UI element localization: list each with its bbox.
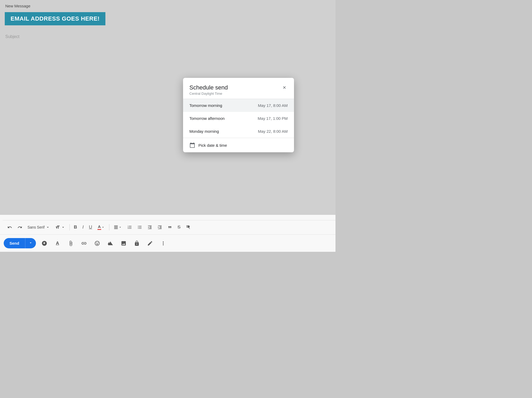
bold-button[interactable]: B [72,224,79,231]
undo-button[interactable] [6,224,14,231]
blockquote-button[interactable] [166,224,174,231]
font-name: Sans Serif [27,225,45,229]
schedule-option-time-0: May 17, 8:00 AM [258,103,288,108]
action-bar: Send A [0,234,335,252]
font-size-selector[interactable] [54,224,67,230]
schedule-option-monday-morning[interactable]: Monday morning May 22, 8:00 AM [183,125,294,138]
schedule-option-label-0: Tomorrow morning [189,103,222,108]
modal-title-group: Schedule send Central Daylight Time [189,84,228,96]
formatting-bar: Sans Serif B I U A S [3,220,335,234]
italic-button[interactable]: I [81,224,85,231]
text-color-button[interactable]: A [96,223,106,231]
calendar-icon [189,142,195,148]
schedule-option-label-1: Tomorrow afternoon [189,116,225,121]
drive-button[interactable] [106,239,115,248]
email-banner: EMAIL ADDRESS GOES HERE! [5,12,105,25]
signature-button[interactable] [145,239,155,248]
send-dropdown-button[interactable] [25,238,36,248]
emoji-button[interactable] [92,239,102,248]
modal-header: Schedule send Central Daylight Time × [183,78,294,99]
schedule-option-time-2: May 22, 8:00 AM [258,129,288,134]
modal-title: Schedule send [189,84,228,91]
redo-button[interactable] [16,224,24,231]
divider-1 [69,224,70,230]
schedule-send-modal: Schedule send Central Daylight Time × To… [183,78,294,152]
schedule-option-tomorrow-morning[interactable]: Tomorrow morning May 17, 8:00 AM [183,99,294,112]
send-button-group: Send [4,238,36,248]
lock-button[interactable] [132,239,142,248]
subject-placeholder: Subject [5,34,19,39]
ai-button[interactable] [40,239,49,248]
bulleted-list-button[interactable] [136,224,144,231]
divider-2 [109,224,109,230]
indent-less-button[interactable] [146,224,154,231]
schedule-option-label-2: Monday morning [189,129,219,134]
attach-file-button[interactable] [66,239,76,248]
align-button[interactable] [112,224,124,231]
strikethrough-button[interactable]: S [176,224,182,231]
numbered-list-button[interactable] [126,224,134,231]
send-button[interactable]: Send [4,238,25,248]
indent-more-button[interactable] [156,224,164,231]
insert-link-button[interactable] [79,239,89,248]
schedule-option-tomorrow-afternoon[interactable]: Tomorrow afternoon May 17, 1:00 PM [183,112,294,125]
pick-date-time-row[interactable]: Pick date & time [183,138,294,152]
insert-photo-button[interactable] [119,239,128,248]
underline-button[interactable]: U [87,224,94,231]
new-message-header: New Message [5,4,30,8]
modal-close-button[interactable]: × [281,84,288,91]
pick-date-time-label: Pick date & time [198,143,227,148]
remove-formatting-button[interactable] [184,224,192,231]
schedule-option-time-1: May 17, 1:00 PM [258,116,288,121]
text-format-button[interactable]: A [53,239,62,248]
font-selector[interactable]: Sans Serif [26,224,52,230]
modal-subtitle: Central Daylight Time [189,92,228,96]
more-options-button[interactable] [158,239,168,248]
